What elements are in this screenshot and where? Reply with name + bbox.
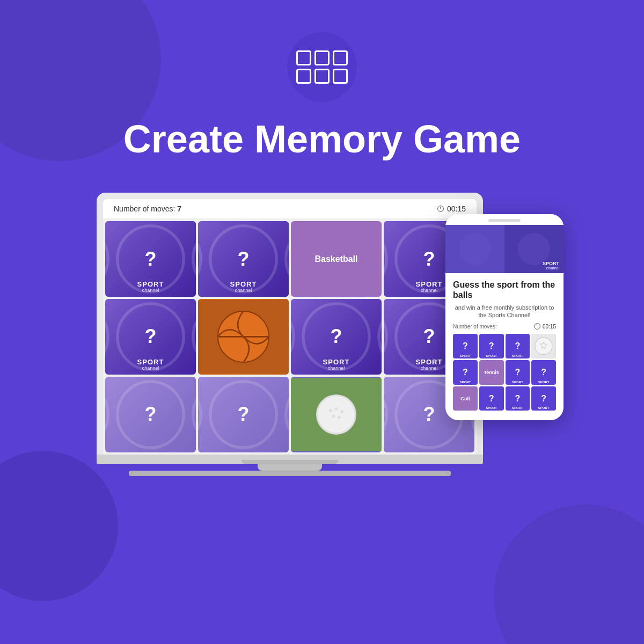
question-mark: ? — [238, 403, 250, 426]
phone-timer-value: 00:15 — [543, 324, 556, 330]
page-title: Create Memory Game — [123, 118, 521, 160]
logo-cell — [333, 50, 348, 65]
phone-card-label: SPORT — [486, 354, 497, 357]
laptop-mockup: Number of moves: 7 00:15 ? — [97, 193, 483, 475]
svg-point-6 — [329, 409, 332, 412]
card-text-basketball: Basketball — [314, 254, 357, 264]
phone-card-10[interactable]: ? SPORT — [479, 386, 504, 411]
phone-card-12[interactable]: ? SPORT — [531, 386, 556, 411]
card-sport-label: SPORT channel — [105, 281, 196, 294]
phone-timer: 00:15 — [534, 323, 556, 330]
question-mark: ? — [331, 325, 342, 348]
question-mark: ? — [145, 248, 157, 270]
moves-label: Number of moves: — [114, 204, 175, 213]
svg-point-19 — [545, 343, 547, 346]
game-card-7[interactable]: ? SPORT channel — [291, 299, 382, 375]
game-card-11-partial-photo[interactable] — [291, 377, 382, 452]
game-card-9[interactable]: ? — [105, 377, 196, 452]
phone-moves-label: Number of moves: — [453, 324, 497, 330]
laptop-moves-text: Number of moves: 7 — [114, 204, 181, 213]
question-mark: ? — [238, 248, 250, 270]
game-card-2[interactable]: ? SPORT channel — [198, 221, 289, 297]
phone-clock-icon — [534, 323, 540, 330]
phone-card-label: SPORT — [486, 406, 497, 409]
phone-hero-image: SPORT channel — [445, 225, 564, 273]
phone-card-label: SPORT — [538, 380, 550, 384]
phone-card-label: SPORT — [460, 380, 471, 384]
laptop-stand — [258, 464, 322, 471]
devices-wrapper: Number of moves: 7 00:15 ? — [80, 193, 564, 515]
phone-golf-text: Golf — [460, 396, 470, 401]
question-mark: ? — [423, 248, 435, 270]
phone-question: ? — [489, 341, 494, 351]
game-card-10[interactable]: ? — [198, 377, 289, 452]
phone-card-2[interactable]: ? SPORT — [479, 334, 504, 358]
phone-question: ? — [541, 394, 546, 404]
phone-sport-small: channel — [543, 266, 559, 270]
phone-card-label: SPORT — [512, 354, 523, 357]
svg-point-14 — [518, 233, 550, 265]
game-card-6-basketball-photo[interactable] — [198, 299, 289, 375]
logo-cell — [296, 69, 311, 84]
phone-card-11[interactable]: ? SPORT — [506, 386, 530, 411]
phone-card-3[interactable]: ? SPORT — [506, 334, 530, 358]
phone-card-label: SPORT — [512, 406, 523, 409]
game-card-5[interactable]: ? SPORT channel — [105, 299, 196, 375]
phone-card-4-photo[interactable] — [531, 334, 556, 358]
svg-point-5 — [318, 396, 355, 433]
svg-point-13 — [459, 233, 491, 265]
phone-card-1[interactable]: ? SPORT — [453, 334, 478, 358]
question-mark: ? — [423, 403, 435, 426]
basketball-image — [198, 299, 289, 375]
question-mark: ? — [145, 325, 157, 348]
laptop-base — [97, 455, 483, 464]
game-card-3-revealed[interactable]: Basketball — [291, 221, 382, 297]
moves-value: 7 — [177, 204, 181, 213]
logo-cell — [314, 50, 330, 65]
main-container: Create Memory Game Number of moves: 7 00… — [0, 0, 644, 515]
phone-card-label: SPORT — [512, 380, 523, 384]
phone-question: ? — [489, 394, 494, 404]
laptop-game-grid: ? SPORT channel ? SPORT channel — [103, 219, 477, 454]
question-mark: ? — [145, 403, 157, 426]
logo-grid — [296, 50, 348, 84]
phone-notch-bar — [488, 219, 521, 222]
phone-question: ? — [463, 341, 468, 351]
phone-notch — [445, 214, 564, 225]
logo-cell — [296, 50, 311, 65]
svg-point-8 — [340, 410, 343, 413]
phone-content: Guess the sport from the balls and win a… — [445, 273, 564, 415]
phone-question: ? — [515, 394, 520, 404]
game-card-1[interactable]: ? SPORT channel — [105, 221, 196, 297]
phone-question: ? — [515, 368, 520, 377]
clock-icon — [437, 206, 444, 212]
phone-game-grid: ? SPORT ? SPORT ? SPORT — [453, 334, 556, 411]
phone-card-9-golf[interactable]: Golf — [453, 386, 478, 411]
card-sport-label: SPORT channel — [105, 358, 196, 371]
phone-mockup: SPORT channel Guess the sport from the b… — [445, 214, 564, 420]
question-mark: ? — [423, 325, 435, 348]
svg-point-16 — [535, 338, 552, 355]
svg-point-9 — [332, 414, 335, 418]
card-sport-label: SPORT channel — [198, 281, 289, 294]
laptop-header: Number of moves: 7 00:15 — [103, 199, 477, 219]
laptop-timer: 00:15 — [437, 204, 466, 213]
phone-card-7[interactable]: ? SPORT — [506, 360, 530, 385]
svg-point-10 — [338, 415, 341, 419]
phone-card-6-tennis[interactable]: Tennis — [479, 360, 504, 385]
laptop-foot — [129, 471, 451, 476]
card-sport-label: SPORT channel — [384, 281, 474, 294]
phone-moves-row: Number of moves: 00:15 — [453, 323, 556, 330]
logo-cell — [314, 69, 330, 84]
logo-cell — [333, 69, 348, 84]
bg-decoration-br — [494, 504, 644, 644]
laptop-screen-outer: Number of moves: 7 00:15 ? — [97, 193, 483, 454]
phone-card-8[interactable]: ? SPORT — [531, 360, 556, 385]
phone-card-label: SPORT — [538, 406, 550, 409]
svg-point-21 — [544, 347, 546, 349]
laptop-screen-inner: Number of moves: 7 00:15 ? — [103, 199, 477, 454]
svg-point-18 — [543, 342, 545, 345]
phone-card-label: SPORT — [460, 354, 471, 357]
card-sport-label: SPORT channel — [384, 358, 474, 371]
phone-tennis-text: Tennis — [484, 370, 499, 375]
